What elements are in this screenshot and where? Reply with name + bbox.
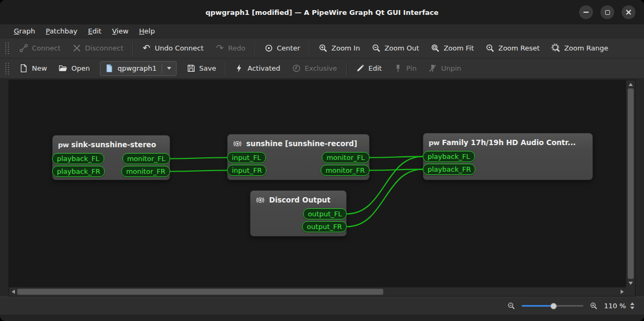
- zoom-slider[interactable]: [522, 302, 583, 310]
- toolbar-button-label: Open: [71, 64, 90, 72]
- close-button[interactable]: [622, 5, 635, 19]
- port-monitor_FR[interactable]: monitor_FR: [121, 166, 170, 177]
- graph-node-sunshine[interactable]: sunshine [sunshine-record]input_FLmonito…: [227, 134, 370, 180]
- toolbar-button-zoom-range[interactable]: Zoom Range: [546, 40, 614, 56]
- zoom-spinbox[interactable]: 110 %: [604, 302, 634, 310]
- port-output_FL[interactable]: output_FL: [303, 208, 347, 219]
- node-title: sink-sunshine-stereo: [71, 140, 156, 149]
- menu-item-patchbay[interactable]: Patchbay: [40, 24, 83, 38]
- toolbar-separator: [255, 42, 255, 55]
- toolbar-button-new[interactable]: New: [13, 61, 53, 77]
- window-bottom-edge: [0, 315, 644, 321]
- toolbar-button-zoom-in[interactable]: Zoom In: [313, 40, 366, 56]
- menu-item-help[interactable]: Help: [134, 24, 161, 38]
- toolbar-button-zoom-fit[interactable]: Zoom Fit: [425, 40, 480, 56]
- vertical-scrollbar[interactable]: [626, 80, 635, 287]
- port-playback_FL[interactable]: playback_FL: [423, 151, 475, 162]
- node-header: sunshine [sunshine-record]: [228, 134, 369, 150]
- toolbar-drag-handle[interactable]: [5, 43, 9, 54]
- port-input_FR[interactable]: input_FR: [227, 165, 266, 176]
- toolbar-button-label: Pin: [406, 64, 416, 72]
- node-title: Family 17h/19h HD Audio Contr...: [442, 138, 576, 147]
- scroll-right-arrow[interactable]: [618, 288, 626, 296]
- app-window: qpwgraph1 [modified] — A PipeWire Graph …: [0, 0, 644, 321]
- graph-node-family[interactable]: pwFamily 17h/19h HD Audio Contr...playba…: [423, 133, 593, 180]
- connection-edge[interactable]: [170, 171, 227, 172]
- spin-down-icon[interactable]: [630, 307, 634, 309]
- undo-icon: ↶: [142, 44, 151, 53]
- screencast-icon: [256, 196, 265, 205]
- port-monitor_FL[interactable]: monitor_FL: [122, 153, 170, 164]
- port-playback_FR[interactable]: playback_FR: [52, 166, 105, 177]
- connections-layer: [9, 80, 626, 287]
- menu-item-graph[interactable]: Graph: [9, 24, 40, 38]
- zoom-value: 110 %: [604, 302, 626, 310]
- toolbar-button-label: Activated: [247, 64, 280, 72]
- connection-edge[interactable]: [370, 170, 423, 171]
- zoom-in-icon[interactable]: [590, 302, 598, 310]
- minimize-button[interactable]: [579, 5, 593, 19]
- triangle-right-icon: [621, 290, 624, 294]
- scroll-left-arrow[interactable]: [9, 288, 17, 296]
- patchbay-file-combo[interactable]: qpwgraph1: [100, 61, 176, 76]
- horizontal-scroll-thumb[interactable]: [17, 289, 383, 295]
- port-monitor_FL[interactable]: monitor_FL: [322, 152, 370, 163]
- toolbar-button-center[interactable]: Center: [258, 40, 306, 56]
- toolbar-button-connect: Connect: [13, 40, 66, 56]
- combo-separator: [162, 64, 162, 73]
- toolbar-button-unpin: Unpin: [422, 61, 467, 77]
- zoom-out-icon: [372, 44, 381, 53]
- toolbar-button-label: Zoom Out: [384, 44, 419, 52]
- close-icon: [625, 9, 632, 15]
- spinbox-arrows: [630, 302, 634, 309]
- vertical-scroll-thumb[interactable]: [628, 88, 634, 279]
- toolbar-button-open[interactable]: Open: [53, 61, 96, 77]
- activated-icon: [235, 64, 244, 73]
- horizontal-scroll-trough[interactable]: [17, 288, 618, 296]
- vertical-scroll-trough[interactable]: [626, 88, 635, 279]
- connection-edge[interactable]: [170, 158, 227, 159]
- toolbar-button-zoom-out[interactable]: Zoom Out: [366, 40, 425, 56]
- graph-view[interactable]: pwsink-sunshine-stereoplayback_FLmonitor…: [9, 80, 626, 287]
- connection-edge[interactable]: [370, 157, 423, 158]
- toolbar-button-activated[interactable]: Activated: [229, 61, 286, 77]
- toolbar-drag-handle[interactable]: [5, 63, 9, 74]
- toolbar-separator: [309, 42, 310, 55]
- toolbar-button-edit[interactable]: Edit: [350, 61, 388, 77]
- toolbar-button-label: Exclusive: [305, 64, 337, 72]
- port-row: output_FR: [250, 221, 347, 232]
- graph-canvas[interactable]: pwsink-sunshine-stereoplayback_FLmonitor…: [9, 80, 626, 287]
- maximize-button[interactable]: [600, 5, 614, 19]
- zoom-out-icon[interactable]: [507, 302, 515, 310]
- menu-item-view[interactable]: View: [107, 24, 134, 38]
- patchbay-file-icon: [105, 64, 114, 73]
- window-controls: [579, 5, 635, 19]
- horizontal-scrollbar[interactable]: [9, 287, 626, 296]
- toolbar-button-undo-connect[interactable]: ↶Undo Connect: [136, 40, 210, 56]
- toolbar-button-label: Zoom Fit: [444, 44, 474, 52]
- toolbar-button-label: Edit: [369, 64, 382, 72]
- port-monitor_FR[interactable]: monitor_FR: [321, 165, 370, 176]
- node-header: pwsink-sunshine-stereo: [53, 136, 170, 151]
- chevron-down-icon: [167, 67, 171, 70]
- spin-up-icon[interactable]: [630, 302, 634, 305]
- toolbar-button-zoom-reset[interactable]: Zoom Reset: [480, 40, 546, 56]
- node-title: sunshine [sunshine-record]: [246, 139, 357, 148]
- toolbar-button-save[interactable]: Save: [181, 61, 222, 77]
- menu-item-edit[interactable]: Edit: [83, 24, 107, 38]
- scroll-up-arrow[interactable]: [626, 80, 635, 88]
- port-playback_FL[interactable]: playback_FL: [52, 153, 104, 164]
- toolbar-separator: [346, 62, 347, 75]
- zoom-fit-icon: [431, 44, 440, 53]
- scroll-down-arrow[interactable]: [626, 279, 635, 287]
- port-output_FR[interactable]: output_FR: [302, 221, 347, 232]
- status-bar: 110 %: [0, 297, 644, 315]
- zoom-slider-handle[interactable]: [550, 303, 557, 309]
- port-playback_FR[interactable]: playback_FR: [423, 164, 475, 175]
- center-icon: [264, 44, 273, 53]
- toolbar-separator: [225, 62, 225, 75]
- port-input_FL[interactable]: input_FL: [227, 152, 266, 163]
- toolbar-button-label: Redo: [228, 44, 246, 52]
- graph-node-discord[interactable]: Discord Outputoutput_FLoutput_FR: [250, 190, 347, 236]
- graph-node-sink[interactable]: pwsink-sunshine-stereoplayback_FLmonitor…: [52, 135, 170, 180]
